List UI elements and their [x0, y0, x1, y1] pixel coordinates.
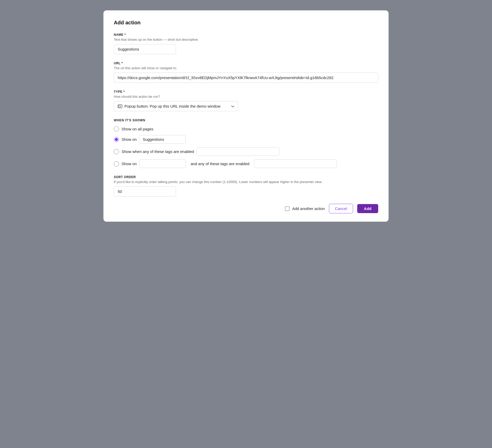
popup-icon [118, 104, 122, 108]
url-section: URL * The url this action will show or n… [114, 61, 378, 83]
type-select[interactable]: Popup button: Pop up this URL inside the… [124, 104, 234, 108]
show-on2-input[interactable] [139, 159, 186, 168]
sort-order-hint: If you'd like to explicitly order talkin… [114, 180, 378, 184]
svg-rect-1 [119, 106, 121, 107]
radio-row-show-on-and: Show on and any of these tags are enable… [114, 159, 378, 168]
sort-order-input[interactable] [114, 186, 176, 197]
radio-group: Show on all pages Show on Show when any … [114, 126, 378, 168]
type-hint: How should this action be run? [114, 95, 378, 99]
name-input[interactable] [114, 44, 176, 54]
type-label: TYPE * [114, 90, 378, 94]
modal-footer: Add another action Cancel Add [114, 204, 378, 213]
add-button[interactable]: Add [357, 204, 378, 213]
add-action-modal: Add action NAME * Text that shows up on … [103, 10, 389, 222]
radio-row-tags: Show when any of these tags are enabled [114, 147, 378, 156]
url-input[interactable] [114, 73, 378, 83]
show-on-input[interactable] [139, 135, 186, 144]
name-section: NAME * Text that shows up on the button … [114, 33, 378, 54]
name-label: NAME * [114, 33, 378, 37]
cancel-button[interactable]: Cancel [329, 204, 353, 213]
radio-tags-label: Show when any of these tags are enabled [122, 149, 194, 154]
radio-show-on-and[interactable] [114, 161, 119, 166]
svg-rect-0 [118, 105, 122, 108]
when-shown-label: WHEN IT'S SHOWN [114, 118, 378, 122]
radio-all-pages[interactable] [114, 126, 119, 131]
type-section: TYPE * How should this action be run? Po… [114, 90, 378, 111]
add-another-label: Add another action [292, 206, 325, 211]
sort-order-label: SORT ORDER [114, 175, 378, 179]
and-tags-label: and any of these tags are enabled [191, 162, 249, 166]
url-label: URL * [114, 61, 378, 65]
url-hint: The url this action will show or navigat… [114, 66, 378, 70]
radio-tags[interactable] [114, 149, 119, 154]
modal-title: Add action [114, 20, 378, 26]
type-select-wrapper[interactable]: Popup button: Pop up this URL inside the… [114, 101, 238, 111]
radio-show-on[interactable] [114, 137, 119, 142]
tags-input[interactable] [196, 147, 279, 156]
add-another-group: Add another action [285, 206, 325, 211]
radio-all-pages-label: Show on all pages [122, 127, 153, 131]
radio-row-all-pages: Show on all pages [114, 126, 378, 131]
sort-order-section: SORT ORDER If you'd like to explicitly o… [114, 175, 378, 197]
when-shown-section: WHEN IT'S SHOWN Show on all pages Show o… [114, 118, 378, 168]
radio-row-show-on: Show on [114, 135, 378, 144]
radio-show-on-label: Show on [122, 137, 137, 142]
add-another-checkbox[interactable] [285, 206, 290, 211]
radio-show-on-and-label: Show on [122, 162, 137, 166]
name-hint: Text that shows up on the button — short… [114, 38, 378, 41]
tags2-input[interactable] [254, 159, 337, 168]
